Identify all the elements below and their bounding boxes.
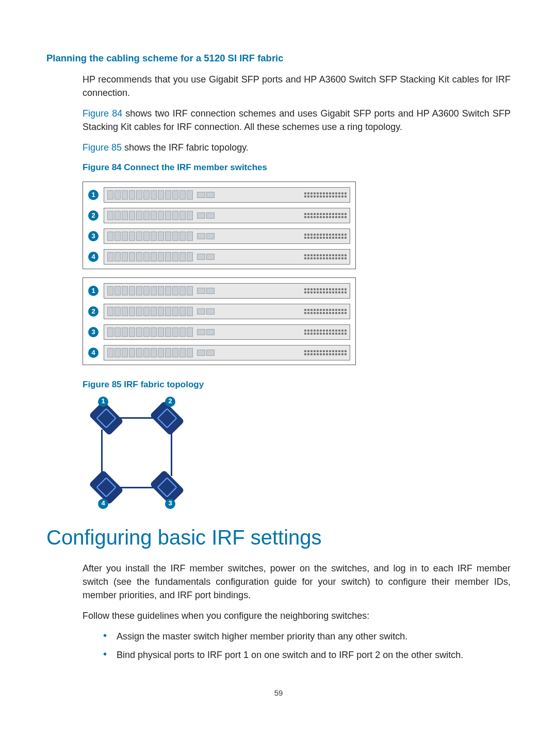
switch-device	[104, 208, 350, 223]
paragraph-text: shows the IRF fabric topology.	[122, 142, 249, 153]
paragraph: After you install the IRF member switche…	[83, 562, 511, 602]
switch-device	[104, 187, 350, 203]
switch-device	[104, 283, 350, 299]
switch-number-badge: 1	[88, 190, 99, 200]
switch-stack-group-b: 1 2 3 4	[83, 277, 356, 365]
switch-device	[104, 228, 350, 244]
list-item: Bind physical ports to IRF port 1 on one…	[103, 648, 511, 662]
figure-link-84[interactable]: Figure 84	[83, 108, 122, 119]
heading-configuring: Configuring basic IRF settings	[46, 522, 511, 552]
switch-row: 4	[88, 249, 350, 265]
switch-stack-group-a: 1 2 3 4	[83, 182, 356, 269]
switch-number-badge: 2	[88, 210, 99, 221]
switch-row: 4	[88, 345, 350, 360]
switch-row: 1	[88, 187, 350, 203]
list-item: Assign the master switch higher member p…	[103, 630, 511, 643]
figure-85: 1 2 3 4	[83, 399, 201, 507]
paragraph: HP recommends that you use Gigabit SFP p…	[83, 73, 511, 100]
paragraph: Figure 84 shows two IRF connection schem…	[83, 107, 511, 134]
switch-number-badge: 4	[88, 252, 99, 262]
switch-device	[104, 249, 350, 265]
figure-85-caption: Figure 85 IRF fabric topology	[83, 379, 511, 391]
paragraph: Follow these guidelines when you configu…	[83, 609, 511, 622]
switch-row: 3	[88, 228, 350, 244]
switch-number-badge: 3	[88, 327, 99, 337]
paragraph: Figure 85 shows the IRF fabric topology.	[83, 141, 511, 154]
figure-84-caption: Figure 84 Connect the IRF member switche…	[83, 161, 511, 174]
switch-number-badge: 3	[88, 231, 99, 241]
switch-device	[104, 304, 350, 319]
switch-row: 2	[88, 208, 350, 223]
paragraph-text: shows two IRF connection schemes and use…	[83, 108, 511, 132]
switch-row: 3	[88, 324, 350, 340]
bullet-list: Assign the master switch higher member p…	[103, 630, 511, 662]
node-number-badge: 2	[165, 397, 175, 407]
node-number-badge: 1	[98, 397, 108, 407]
node-number-badge: 3	[165, 499, 175, 509]
switch-number-badge: 4	[88, 348, 99, 358]
figure-link-85[interactable]: Figure 85	[83, 142, 122, 153]
node-number-badge: 4	[98, 499, 108, 509]
switch-row: 2	[88, 304, 350, 319]
switch-device	[104, 324, 350, 340]
heading-planning: Planning the cabling scheme for a 5120 S…	[46, 52, 511, 65]
switch-device	[104, 345, 350, 360]
figure-84: 1 2 3 4	[83, 182, 511, 365]
switch-row: 1	[88, 283, 350, 299]
topology-diagram: 1 2 3 4	[83, 399, 191, 507]
page-number: 59	[46, 687, 511, 699]
switch-number-badge: 1	[88, 286, 99, 296]
switch-number-badge: 2	[88, 306, 99, 317]
